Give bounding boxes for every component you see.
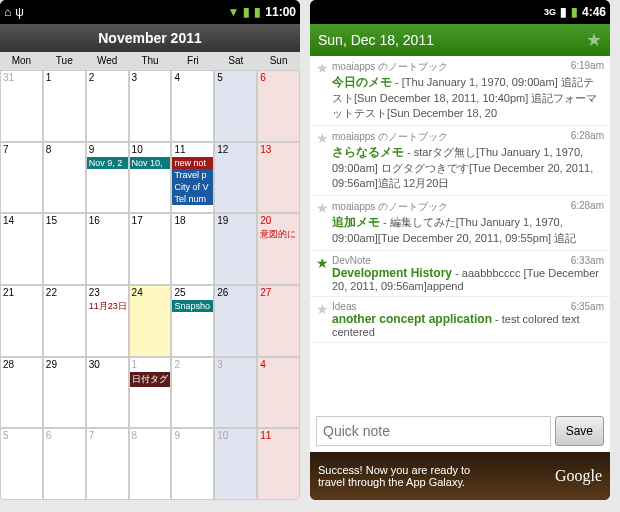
note-title: さらなるメモ xyxy=(332,145,404,159)
notebook-name: DevNote xyxy=(332,255,371,266)
calendar-cell[interactable]: 9Nov 9, 2 xyxy=(86,142,129,214)
note-title: Development History xyxy=(332,266,452,280)
star-icon[interactable]: ★ xyxy=(316,301,332,338)
note-item[interactable]: ★moaiapps のノートブック6:28amさらなるメモ - starタグ無し… xyxy=(310,126,610,196)
calendar-cell[interactable]: 3 xyxy=(129,70,172,142)
notes-date: Sun, Dec 18, 2011 xyxy=(318,32,586,48)
day-header: Mon xyxy=(0,52,43,70)
note-time: 6:19am xyxy=(571,60,604,74)
calendar-cell[interactable]: 2311月23日 xyxy=(86,285,129,357)
event-chip[interactable]: City of V xyxy=(172,181,213,193)
calendar-cell[interactable]: 4 xyxy=(171,70,214,142)
calendar-cell[interactable]: 8 xyxy=(43,142,86,214)
calendar-cell[interactable]: 1 xyxy=(43,70,86,142)
note-time: 6:35am xyxy=(571,301,604,312)
calendar-cell[interactable]: 18 xyxy=(171,213,214,285)
event-text[interactable]: 11月23日 xyxy=(87,300,128,313)
notebook-name: moaiapps のノートブック xyxy=(332,60,448,74)
calendar-cell[interactable]: 17 xyxy=(129,213,172,285)
note-item[interactable]: ★DevNote6:33amDevelopment History - aaab… xyxy=(310,251,610,297)
calendar-cell[interactable]: 9 xyxy=(171,428,214,500)
note-item[interactable]: ★moaiapps のノートブック6:28am追加メモ - 編集してみた[Thu… xyxy=(310,196,610,251)
home-icon: ⌂ xyxy=(4,5,11,19)
calendar-cell[interactable]: 6 xyxy=(43,428,86,500)
calendar-cell[interactable]: 6 xyxy=(257,70,300,142)
ad-text: Success! Now you are ready to travel thr… xyxy=(318,464,498,488)
battery-icon: ▮ xyxy=(254,5,261,19)
calendar-cell[interactable]: 7 xyxy=(86,428,129,500)
calendar-cell[interactable]: 30 xyxy=(86,357,129,429)
calendar-cell[interactable]: 19 xyxy=(214,213,257,285)
status-bar: 3G ▮ ▮ 4:46 xyxy=(310,0,610,24)
notebook-name: moaiapps のノートブック xyxy=(332,130,448,144)
note-item[interactable]: ★Ideas6:35amanother concept application … xyxy=(310,297,610,343)
calendar-cell[interactable]: 27 xyxy=(257,285,300,357)
calendar-cell[interactable]: 20意図的に xyxy=(257,213,300,285)
calendar-cell[interactable]: 5 xyxy=(214,70,257,142)
note-time: 6:28am xyxy=(571,130,604,144)
calendar-cell[interactable]: 22 xyxy=(43,285,86,357)
event-text[interactable]: 意図的に xyxy=(258,228,299,241)
calendar-cell[interactable]: 31 xyxy=(0,70,43,142)
event-chip[interactable]: Nov 9, 2 xyxy=(87,157,128,169)
star-icon[interactable]: ★ xyxy=(316,255,332,292)
save-button[interactable]: Save xyxy=(555,416,604,446)
calendar-cell[interactable]: 7 xyxy=(0,142,43,214)
event-chip[interactable]: Tel num xyxy=(172,193,213,205)
signal-icon: ▮ xyxy=(243,5,250,19)
calendar-cell[interactable]: 8 xyxy=(129,428,172,500)
calendar-grid[interactable]: 31123456789Nov 9, 210Nov 10,11new notTra… xyxy=(0,70,300,500)
status-bar: ⌂ ψ ▼ ▮ ▮ 11:00 xyxy=(0,0,300,24)
note-title: another concept application xyxy=(332,312,492,326)
clock: 4:46 xyxy=(582,5,606,19)
notebook-name: moaiapps のノートブック xyxy=(332,200,448,214)
calendar-cell[interactable]: 25Snapsho xyxy=(171,285,214,357)
calendar-cell[interactable]: 5 xyxy=(0,428,43,500)
calendar-cell[interactable]: 16 xyxy=(86,213,129,285)
event-chip[interactable]: Snapsho xyxy=(172,300,213,312)
calendar-cell[interactable]: 14 xyxy=(0,213,43,285)
calendar-cell[interactable]: 11 xyxy=(257,428,300,500)
calendar-cell[interactable]: 10Nov 10, xyxy=(129,142,172,214)
note-item[interactable]: ★moaiapps のノートブック6:19am今日のメモ - [Thu Janu… xyxy=(310,56,610,126)
notes-list[interactable]: ★moaiapps のノートブック6:19am今日のメモ - [Thu Janu… xyxy=(310,56,610,410)
calendar-screen: ⌂ ψ ▼ ▮ ▮ 11:00 November 2011 MonTueWedT… xyxy=(0,0,300,500)
event-chip[interactable]: Travel p xyxy=(172,169,213,181)
calendar-cell[interactable]: 21 xyxy=(0,285,43,357)
quick-note-input[interactable] xyxy=(316,416,551,446)
wifi-icon: ▼ xyxy=(227,5,239,19)
calendar-cell[interactable]: 13 xyxy=(257,142,300,214)
calendar-cell[interactable]: 2 xyxy=(171,357,214,429)
star-icon[interactable]: ★ xyxy=(316,60,332,121)
calendar-title[interactable]: November 2011 xyxy=(0,24,300,52)
calendar-cell[interactable]: 24 xyxy=(129,285,172,357)
calendar-cell[interactable]: 2 xyxy=(86,70,129,142)
calendar-cell[interactable]: 29 xyxy=(43,357,86,429)
notes-title-bar[interactable]: Sun, Dec 18, 2011 ★ xyxy=(310,24,610,56)
star-icon[interactable]: ★ xyxy=(316,130,332,191)
battery-icon: ▮ xyxy=(571,5,578,19)
calendar-cell[interactable]: 1日付タグ xyxy=(129,357,172,429)
calendar-cell[interactable]: 3 xyxy=(214,357,257,429)
calendar-cell[interactable]: 12 xyxy=(214,142,257,214)
calendar-cell[interactable]: 4 xyxy=(257,357,300,429)
star-icon[interactable]: ★ xyxy=(586,29,602,51)
note-time: 6:28am xyxy=(571,200,604,214)
event-chip[interactable]: 日付タグ xyxy=(130,372,171,387)
calendar-cell[interactable]: 10 xyxy=(214,428,257,500)
day-header: Thu xyxy=(129,52,172,70)
clock: 11:00 xyxy=(265,5,296,19)
star-icon[interactable]: ★ xyxy=(316,200,332,246)
note-title: 追加メモ xyxy=(332,215,380,229)
ad-brand: Google xyxy=(555,467,602,485)
event-chip[interactable]: Nov 10, xyxy=(130,157,171,169)
calendar-cell[interactable]: 11new notTravel pCity of VTel num xyxy=(171,142,214,214)
day-header: Sat xyxy=(214,52,257,70)
calendar-cell[interactable]: 26 xyxy=(214,285,257,357)
event-chip[interactable]: new not xyxy=(172,157,213,169)
day-header: Sun xyxy=(257,52,300,70)
calendar-cell[interactable]: 15 xyxy=(43,213,86,285)
calendar-cell[interactable]: 28 xyxy=(0,357,43,429)
ad-banner[interactable]: Success! Now you are ready to travel thr… xyxy=(310,452,610,500)
day-header: Tue xyxy=(43,52,86,70)
